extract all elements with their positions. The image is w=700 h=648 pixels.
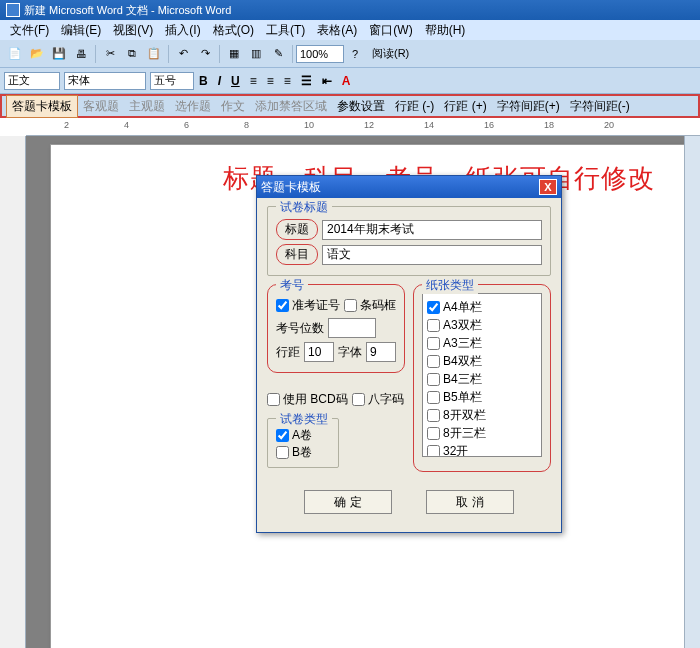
separator [292, 45, 293, 63]
menu-edit[interactable]: 编辑(E) [55, 20, 107, 41]
separator [95, 45, 96, 63]
label-fontsize: 字体 [338, 344, 362, 361]
horizontal-ruler[interactable]: 2 4 6 8 10 12 14 16 18 20 [26, 118, 700, 136]
pagesize-item[interactable]: B5单栏 [427, 389, 537, 406]
digits-input[interactable] [328, 318, 376, 338]
separator [168, 45, 169, 63]
menu-view[interactable]: 视图(V) [107, 20, 159, 41]
print-icon[interactable]: 🖶 [71, 44, 91, 64]
tb-template[interactable]: 答题卡模板 [6, 95, 78, 118]
fontsize-input[interactable] [366, 342, 396, 362]
menu-window[interactable]: 窗口(W) [363, 20, 418, 41]
bold-button[interactable]: B [195, 72, 212, 90]
ruler-mark: 2 [64, 120, 69, 130]
pagesize-item[interactable]: A4单栏 [427, 299, 537, 316]
align-right-icon[interactable]: ≡ [280, 72, 295, 90]
ruler-mark: 6 [184, 120, 189, 130]
tb-objective[interactable]: 客观题 [78, 96, 124, 117]
tb-charspace-minus[interactable]: 字符间距(-) [565, 96, 635, 117]
group-label: 纸张类型 [422, 277, 478, 294]
vertical-scrollbar[interactable] [684, 136, 700, 648]
menu-table[interactable]: 表格(A) [311, 20, 363, 41]
chk-bcd[interactable]: 使用 BCD码 [267, 391, 348, 408]
open-icon[interactable]: 📂 [27, 44, 47, 64]
tb-forbid[interactable]: 添加禁答区域 [250, 96, 332, 117]
drawing-icon[interactable]: ✎ [268, 44, 288, 64]
chk-octal[interactable]: 八字码 [352, 391, 404, 408]
dialog-title: 答题卡模板 [261, 179, 321, 196]
ruler-mark: 16 [484, 120, 494, 130]
ruler-mark: 14 [424, 120, 434, 130]
group-exam-title: 试卷标题 标题 科目 [267, 206, 551, 276]
formatting-toolbar: B I U ≡ ≡ ≡ ☰ ⇤ A [0, 68, 700, 94]
template-dialog: 答题卡模板 X 试卷标题 标题 科目 考号 准考证号 条码框 [256, 175, 562, 533]
pagesize-item[interactable]: A3三栏 [427, 335, 537, 352]
ruler-mark: 8 [244, 120, 249, 130]
title-input[interactable] [322, 220, 542, 240]
font-color-icon[interactable]: A [338, 72, 355, 90]
pagesize-item[interactable]: B4双栏 [427, 353, 537, 370]
ruler-mark: 12 [364, 120, 374, 130]
italic-button[interactable]: I [214, 72, 225, 90]
ruler-mark: 18 [544, 120, 554, 130]
ok-button[interactable]: 确 定 [304, 490, 392, 514]
close-icon[interactable]: X [539, 179, 557, 195]
table-icon[interactable]: ▦ [224, 44, 244, 64]
standard-toolbar: 📄 📂 💾 🖶 ✂ ⧉ 📋 ↶ ↷ ▦ ▥ ✎ ? 阅读(R) [0, 40, 700, 68]
label-rowspacing: 行距 [276, 344, 300, 361]
tb-params[interactable]: 参数设置 [332, 96, 390, 117]
redo-icon[interactable]: ↷ [195, 44, 215, 64]
group-label: 考号 [276, 277, 308, 294]
vertical-ruler[interactable] [0, 136, 26, 648]
tb-linespace-minus[interactable]: 行距 (-) [390, 96, 439, 117]
new-doc-icon[interactable]: 📄 [5, 44, 25, 64]
read-mode-button[interactable]: 阅读(R) [367, 44, 414, 64]
pagesize-item[interactable]: 8开双栏 [427, 407, 537, 424]
zoom-input[interactable] [296, 45, 344, 63]
pagesize-item[interactable]: 32开 [427, 443, 537, 457]
pagesize-list[interactable]: A4单栏 A3双栏 A3三栏 B4双栏 B4三栏 B5单栏 8开双栏 8开三栏 … [422, 293, 542, 457]
align-left-icon[interactable]: ≡ [246, 72, 261, 90]
menu-file[interactable]: 文件(F) [4, 20, 55, 41]
align-center-icon[interactable]: ≡ [263, 72, 278, 90]
pagesize-item[interactable]: B4三栏 [427, 371, 537, 388]
font-select[interactable] [64, 72, 146, 90]
size-select[interactable] [150, 72, 194, 90]
pagesize-item[interactable]: 8开三栏 [427, 425, 537, 442]
subject-input[interactable] [322, 245, 542, 265]
window-titlebar: 新建 Microsoft Word 文档 - Microsoft Word [0, 0, 700, 20]
ruler-mark: 10 [304, 120, 314, 130]
rowspacing-input[interactable] [304, 342, 334, 362]
menu-format[interactable]: 格式(O) [207, 20, 260, 41]
menu-insert[interactable]: 插入(I) [159, 20, 206, 41]
tb-linespace-plus[interactable]: 行距 (+) [439, 96, 491, 117]
style-select[interactable] [4, 72, 60, 90]
group-label: 试卷类型 [276, 411, 332, 428]
tb-charspace-plus[interactable]: 字符间距(+) [492, 96, 565, 117]
app-icon [6, 3, 20, 17]
underline-button[interactable]: U [227, 72, 244, 90]
indent-icon[interactable]: ⇤ [318, 72, 336, 90]
help-icon[interactable]: ? [345, 44, 365, 64]
save-icon[interactable]: 💾 [49, 44, 69, 64]
columns-icon[interactable]: ▥ [246, 44, 266, 64]
menu-help[interactable]: 帮助(H) [419, 20, 472, 41]
list-icon[interactable]: ☰ [297, 72, 316, 90]
tb-essay[interactable]: 作文 [216, 96, 250, 117]
paste-icon[interactable]: 📋 [144, 44, 164, 64]
chk-paper-a[interactable]: A卷 [276, 427, 330, 444]
cancel-button[interactable]: 取 消 [426, 490, 514, 514]
cut-icon[interactable]: ✂ [100, 44, 120, 64]
chk-zkzh[interactable]: 准考证号 [276, 297, 340, 314]
pagesize-item[interactable]: A3双栏 [427, 317, 537, 334]
copy-icon[interactable]: ⧉ [122, 44, 142, 64]
chk-barcode[interactable]: 条码框 [344, 297, 396, 314]
undo-icon[interactable]: ↶ [173, 44, 193, 64]
menu-tools[interactable]: 工具(T) [260, 20, 311, 41]
separator [219, 45, 220, 63]
chk-paper-b[interactable]: B卷 [276, 444, 330, 461]
tb-subjective[interactable]: 主观题 [124, 96, 170, 117]
label-title: 标题 [276, 219, 318, 240]
dialog-titlebar[interactable]: 答题卡模板 X [257, 176, 561, 198]
tb-optional[interactable]: 选作题 [170, 96, 216, 117]
